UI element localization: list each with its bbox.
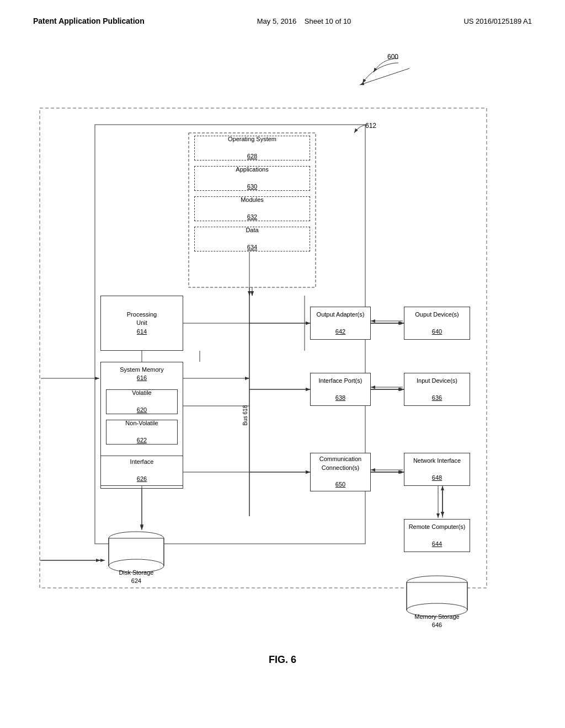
remote-comp-num: 644 [432, 540, 442, 548]
patent-number: US 2016/0125189 A1 [463, 17, 532, 25]
comm-conn-num: 650 [335, 480, 345, 489]
interface-port-box: Interface Port(s) 638 [310, 373, 371, 406]
figure-label: FIG. 6 [33, 654, 532, 666]
os-box: Operating System 628 [194, 136, 310, 160]
nonvolatile-num: 622 [137, 436, 147, 445]
system-memory-num: 616 [137, 374, 147, 381]
output-adapter-label: Output Adapter(s) [317, 311, 365, 319]
interface-port-label: Interface Port(s) [319, 377, 363, 385]
memory-storage-cylinder: Memory Storage 646 [404, 574, 470, 630]
comm-conn-label: Communication Connection(s) [314, 455, 367, 472]
volatile-box: Volatile 620 [106, 389, 178, 414]
comm-conn-box: Communication Connection(s) 650 [310, 453, 371, 491]
input-device-num: 636 [432, 394, 442, 402]
output-adapter-num: 642 [335, 328, 345, 336]
bus-label: Bus 618 [242, 405, 248, 426]
interface626-box: Interface 626 [100, 456, 183, 486]
net-interface-box: Network Interface 648 [404, 453, 470, 486]
ref-612-arrow [349, 122, 371, 138]
nonvolatile-label: Non-Volatile [125, 419, 158, 427]
input-device-label: Input Device(s) [417, 377, 457, 385]
remote-comp-box: Remote Computer(s) 644 [404, 519, 470, 552]
disk-storage-cylinder: Disk Storage 624 [106, 530, 167, 586]
data-box: Data 634 [194, 227, 310, 251]
memory-storage-label: Memory Storage [414, 613, 459, 620]
publication-label: Patent Application Publication [33, 17, 145, 25]
data-label: Data [246, 226, 258, 234]
date-sheet: May 5, 2016 Sheet 10 of 10 [257, 17, 351, 25]
output-device-box: Ouput Device(s) 640 [404, 307, 470, 340]
page: Patent Application Publication May 5, 20… [0, 0, 565, 728]
system-memory-label: System Memory [120, 366, 163, 373]
memory-storage-num: 646 [432, 622, 442, 628]
apps-label: Applications [236, 165, 268, 174]
page-header: Patent Application Publication May 5, 20… [33, 17, 532, 25]
output-device-label: Ouput Device(s) [415, 311, 459, 319]
output-device-num: 640 [432, 328, 442, 336]
net-interface-label: Network Interface [413, 457, 461, 465]
data-num: 634 [247, 243, 257, 251]
apps-num: 630 [247, 183, 257, 191]
processing-label: ProcessingUnit [127, 311, 157, 328]
interface-port-num: 638 [335, 394, 345, 402]
interface626-num: 626 [137, 475, 147, 483]
date: May 5, 2016 [257, 17, 297, 25]
processing-unit-box: ProcessingUnit 614 [100, 296, 183, 351]
modules-num: 632 [247, 213, 257, 221]
modules-label: Modules [241, 196, 264, 204]
volatile-num: 620 [137, 406, 147, 414]
remote-comp-label: Remote Computer(s) [409, 523, 466, 531]
sheet: Sheet 10 of 10 [305, 17, 351, 25]
disk-storage-label: Disk Storage [119, 569, 154, 576]
disk-storage-num: 624 [131, 577, 141, 584]
modules-box: Modules 632 [194, 196, 310, 221]
input-device-box: Input Device(s) 636 [404, 373, 470, 406]
apps-box: Applications 630 [194, 166, 310, 191]
os-label: Operating System [228, 135, 276, 143]
nonvolatile-box: Non-Volatile 622 [106, 420, 178, 445]
volatile-label: Volatile [132, 389, 151, 397]
interface626-label: Interface [130, 458, 154, 466]
diagram: 600 Operating System 628 Applications 63… [34, 36, 531, 643]
processing-num: 614 [137, 328, 147, 336]
ref-600-arrow [365, 53, 409, 81]
os-num: 628 [247, 152, 257, 160]
net-interface-num: 648 [432, 474, 442, 482]
output-adapter-box: Output Adapter(s) 642 [310, 307, 371, 340]
